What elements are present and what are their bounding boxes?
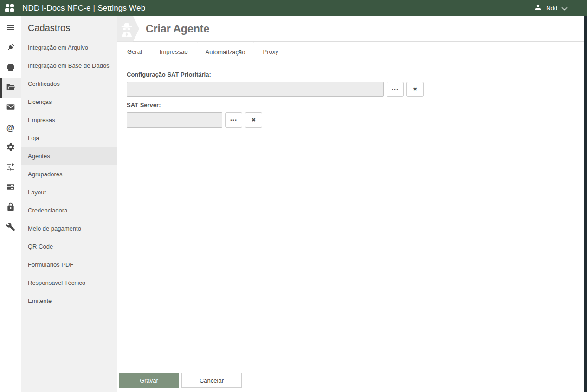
tab-strip: Geral Impressão Automatização Proxy xyxy=(117,42,587,62)
cancel-button[interactable]: Cancelar xyxy=(181,373,242,388)
page-title: Criar Agente xyxy=(146,23,209,35)
sidebar-item-loja[interactable]: Loja xyxy=(21,129,117,147)
form-actions: Gravar Cancelar xyxy=(119,373,242,388)
rail-server-button[interactable] xyxy=(0,178,21,198)
sidebar-item-certificados[interactable]: Certificados xyxy=(21,75,117,93)
sidebar-item-credenciadora[interactable]: Credenciadora xyxy=(21,201,117,219)
rail-cadastros-button[interactable] xyxy=(0,78,21,98)
main-panel: Criar Agente Geral Impressão Automatizaç… xyxy=(117,16,587,392)
clear-x-icon: ✖ xyxy=(413,86,417,92)
user-name: Ndd xyxy=(546,5,557,12)
at-sign-icon: @ xyxy=(6,124,15,132)
sat-server-clear-button[interactable]: ✖ xyxy=(245,112,262,128)
rail-mail-button[interactable] xyxy=(0,98,21,118)
rail-menu-button[interactable] xyxy=(0,18,21,38)
configuracao-sat-browse-button[interactable]: … xyxy=(387,82,404,97)
ellipsis-icon: … xyxy=(230,114,238,122)
sat-server-browse-button[interactable]: … xyxy=(225,112,242,128)
icon-rail: @ xyxy=(0,16,21,392)
field-sat-server: SAT Server: … ✖ xyxy=(127,102,578,128)
top-bar: NDD i-Docs NFC-e | Settings Web Ndd xyxy=(0,0,587,16)
sidebar-item-layout[interactable]: Layout xyxy=(21,183,117,201)
rail-parameters-button[interactable] xyxy=(0,158,21,178)
clear-x-icon: ✖ xyxy=(252,117,256,123)
sidebar-item-responsavel-tecnico[interactable]: Responsável Técnico xyxy=(21,274,117,292)
plug-icon xyxy=(6,43,15,54)
printer-icon xyxy=(6,63,15,74)
server-icon xyxy=(6,182,15,193)
field-label-sat-server: SAT Server: xyxy=(127,102,578,109)
sidebar-item-empresas[interactable]: Empresas xyxy=(21,111,117,129)
sliders-icon xyxy=(6,162,15,174)
sidebar-heading: Cadastros xyxy=(21,16,117,39)
lock-icon xyxy=(6,202,15,213)
mail-icon xyxy=(6,103,15,114)
rail-settings-button[interactable] xyxy=(0,138,21,158)
menu-icon xyxy=(6,23,15,34)
sidebar-item-meio-de-pagamento[interactable]: Meio de pagamento xyxy=(21,219,117,238)
sidebar-item-emitente[interactable]: Emitente xyxy=(21,292,117,310)
field-configuracao-sat: Configuração SAT Prioritária: … ✖ xyxy=(127,71,578,97)
sidebar-item-licencas[interactable]: Licenças xyxy=(21,93,117,111)
sidebar-item-integracao-base-dados[interactable]: Integração em Base de Dados xyxy=(21,57,117,75)
user-menu[interactable]: Ndd xyxy=(534,3,568,13)
app-title: NDD i-Docs NFC-e | Settings Web xyxy=(22,4,145,13)
sat-server-input[interactable] xyxy=(127,112,222,128)
save-button[interactable]: Gravar xyxy=(119,373,179,388)
wrench-icon xyxy=(6,222,15,233)
rail-integration-button[interactable] xyxy=(0,38,21,58)
ellipsis-icon: … xyxy=(391,84,399,92)
sidebar-cadastros: Cadastros Integração em Arquivo Integraç… xyxy=(21,16,117,392)
gear-icon xyxy=(6,142,15,154)
sidebar-item-qr-code[interactable]: QR Code xyxy=(21,238,117,256)
agent-badge xyxy=(117,16,139,42)
configuracao-sat-input[interactable] xyxy=(127,82,384,97)
tab-content-automatizacao: Configuração SAT Prioritária: … ✖ SAT Se… xyxy=(117,62,587,128)
sidebar-item-agrupadores[interactable]: Agrupadores xyxy=(21,165,117,183)
page-header: Criar Agente xyxy=(117,16,587,42)
user-icon xyxy=(534,3,542,13)
ndd-logo-icon xyxy=(5,4,16,13)
tab-impressao[interactable]: Impressão xyxy=(151,42,197,62)
configuracao-sat-clear-button[interactable]: ✖ xyxy=(406,82,424,97)
rail-email-config-button[interactable]: @ xyxy=(0,118,21,138)
tab-geral[interactable]: Geral xyxy=(118,42,151,62)
rail-tools-button[interactable] xyxy=(0,218,21,238)
sidebar-item-formularios-pdf[interactable]: Formulários PDF xyxy=(21,256,117,274)
tab-proxy[interactable]: Proxy xyxy=(254,42,287,62)
folder-open-icon xyxy=(6,83,15,94)
rail-printer-button[interactable] xyxy=(0,58,21,78)
window-edge-strip xyxy=(584,16,587,392)
spy-agent-icon xyxy=(119,21,135,37)
rail-security-button[interactable] xyxy=(0,198,21,218)
field-label-configuracao-sat: Configuração SAT Prioritária: xyxy=(127,71,578,78)
sidebar-item-integracao-arquivo[interactable]: Integração em Arquivo xyxy=(21,39,117,57)
sidebar-item-agentes[interactable]: Agentes xyxy=(21,147,117,165)
chevron-down-icon xyxy=(561,4,568,13)
tab-automatizacao[interactable]: Automatização xyxy=(197,42,254,62)
